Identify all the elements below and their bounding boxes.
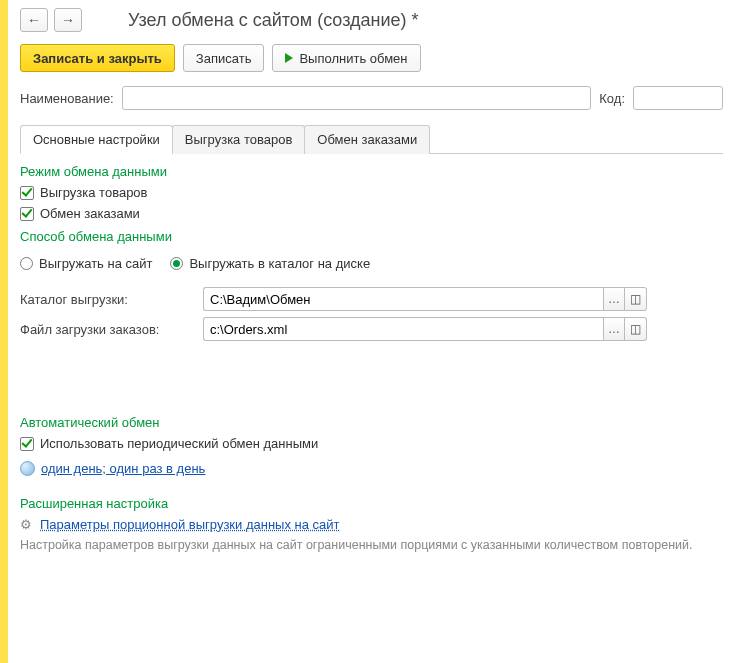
tab-goods-export[interactable]: Выгрузка товаров [172, 125, 306, 154]
advanced-section-title: Расширенная настройка [20, 496, 723, 511]
checkbox-icon [20, 207, 34, 221]
export-goods-checkbox[interactable]: Выгрузка товаров [20, 185, 723, 200]
upload-to-disk-radio[interactable]: Выгружать в каталог на диске [170, 256, 370, 271]
upload-to-site-label: Выгружать на сайт [39, 256, 152, 271]
name-input[interactable] [122, 86, 592, 110]
run-exchange-button[interactable]: Выполнить обмен [272, 44, 420, 72]
page-title: Узел обмена с сайтом (создание) * [128, 10, 419, 31]
use-periodic-label: Использовать периодический обмен данными [40, 436, 318, 451]
catalog-browse-button[interactable]: … [603, 287, 625, 311]
play-icon [285, 53, 293, 63]
save-button[interactable]: Записать [183, 44, 265, 72]
schedule-link[interactable]: один день; один раз в день [41, 461, 205, 476]
catalog-open-button[interactable]: ◫ [625, 287, 647, 311]
export-goods-label: Выгрузка товаров [40, 185, 148, 200]
mode-section-title: Режим обмена данными [20, 164, 723, 179]
tab-goods-label: Выгрузка товаров [185, 132, 293, 147]
accent-stripe [0, 0, 8, 572]
upload-to-disk-label: Выгружать в каталог на диске [189, 256, 370, 271]
gear-icon: ⚙ [20, 518, 34, 532]
globe-icon [20, 461, 35, 476]
radio-icon [170, 257, 183, 270]
advanced-help-text: Настройка параметров выгрузки данных на … [20, 538, 723, 552]
orders-file-input[interactable] [203, 317, 603, 341]
radio-icon [20, 257, 33, 270]
tab-main-settings[interactable]: Основные настройки [20, 125, 173, 154]
use-periodic-checkbox[interactable]: Использовать периодический обмен данными [20, 436, 723, 451]
catalog-label: Каталог выгрузки: [20, 292, 195, 307]
orders-file-browse-button[interactable]: … [603, 317, 625, 341]
upload-to-site-radio[interactable]: Выгружать на сайт [20, 256, 152, 271]
tab-main-label: Основные настройки [33, 132, 160, 147]
name-label: Наименование: [20, 91, 114, 106]
orders-file-label: Файл загрузки заказов: [20, 322, 195, 337]
code-label: Код: [599, 91, 625, 106]
auto-section-title: Автоматический обмен [20, 415, 723, 430]
tab-orders-label: Обмен заказами [317, 132, 417, 147]
run-exchange-label: Выполнить обмен [299, 51, 407, 66]
nav-back-button[interactable]: ← [20, 8, 48, 32]
save-and-close-label: Записать и закрыть [33, 51, 162, 66]
nav-forward-button[interactable]: → [54, 8, 82, 32]
portion-params-link[interactable]: Параметры порционной выгрузки данных на … [40, 517, 340, 532]
exchange-orders-label: Обмен заказами [40, 206, 140, 221]
save-and-close-button[interactable]: Записать и закрыть [20, 44, 175, 72]
code-input[interactable] [633, 86, 723, 110]
method-section-title: Способ обмена данными [20, 229, 723, 244]
save-label: Записать [196, 51, 252, 66]
exchange-orders-checkbox[interactable]: Обмен заказами [20, 206, 723, 221]
orders-file-open-button[interactable]: ◫ [625, 317, 647, 341]
checkbox-icon [20, 186, 34, 200]
tab-orders-exchange[interactable]: Обмен заказами [304, 125, 430, 154]
checkbox-icon [20, 437, 34, 451]
catalog-input[interactable] [203, 287, 603, 311]
